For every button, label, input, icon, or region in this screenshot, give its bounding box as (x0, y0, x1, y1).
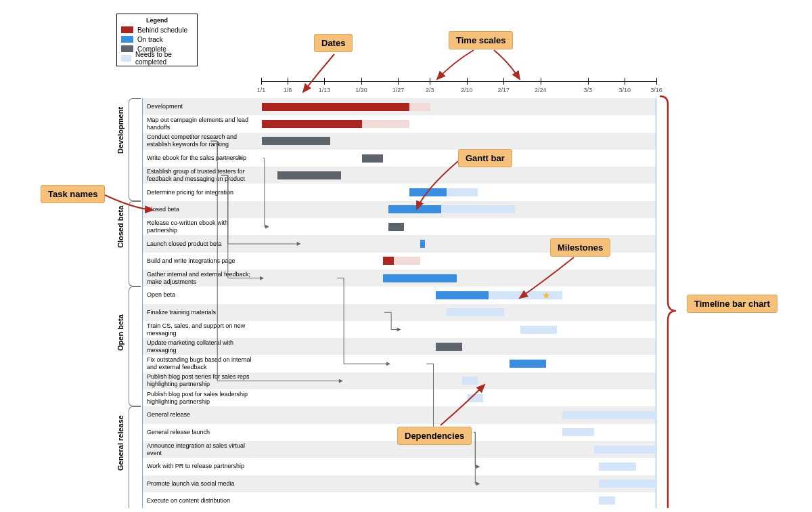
legend-swatch (121, 45, 133, 52)
gantt-bar (489, 291, 562, 299)
task-name: Establish group of trusted testers for f… (143, 167, 262, 184)
axis-tick-label: 2/10 (461, 87, 473, 93)
axis-tick-label: 2/24 (535, 87, 547, 93)
legend-label: Behind schedule (137, 26, 187, 34)
time-axis: 1/11/61/131/201/272/32/102/172/243/33/10… (261, 74, 656, 102)
callout-dependencies: Dependencies (397, 427, 472, 445)
milestone-icon: ★ (542, 290, 551, 301)
task-name: Gather internal and external feedback; m… (143, 270, 262, 286)
legend-label: Needs to be completed (135, 51, 193, 66)
task-name: Conduct competitor research and establis… (143, 133, 262, 150)
gantt-bar (409, 103, 430, 111)
gantt-bar (462, 377, 478, 385)
task-name: Development (143, 98, 262, 115)
task-bar-cell (262, 167, 656, 184)
gantt-bar (599, 479, 657, 488)
callout-milestones: Milestones (550, 238, 610, 257)
table-row: Work with PR to release partnership (143, 458, 656, 475)
task-name: Publish blog post for sales leadership h… (143, 389, 262, 406)
table-row: Gather internal and external feedback; m… (143, 270, 656, 286)
task-bar-cell (262, 321, 656, 338)
axis-tick-label: 2/3 (426, 87, 434, 93)
task-bar-cell (262, 406, 656, 423)
table-row: General release (143, 406, 656, 423)
legend-title: Legend (121, 17, 193, 24)
gantt-bar (562, 428, 594, 436)
table-row: Map out campagin elements and lead hando… (143, 115, 656, 132)
table-row: Closed beta (143, 201, 656, 218)
callout-timeline-bar: Timeline bar chart (687, 295, 777, 313)
gantt-bar (447, 308, 505, 316)
table-row: Train CS, sales, and support on new mess… (143, 321, 656, 338)
gantt-bar (394, 257, 420, 265)
axis-tick-label: 3/16 (650, 87, 662, 93)
section-label: Closed beta (116, 237, 125, 248)
table-row: Establish group of trusted testers for f… (143, 167, 656, 184)
task-name: Promote launch via social media (143, 475, 262, 492)
task-bar-cell (262, 133, 656, 150)
axis-tick-label: 1/1 (257, 87, 266, 93)
gantt-bar (383, 274, 457, 282)
gantt-bar (436, 343, 462, 351)
task-bar-cell (262, 184, 656, 200)
axis-tick-label: 1/27 (392, 87, 405, 93)
callout-gantt-bar: Gantt bar (458, 149, 512, 167)
gantt-bar (409, 188, 447, 196)
axis-tick-label: 3/10 (619, 87, 631, 93)
table-row: Conduct competitor research and establis… (143, 133, 656, 150)
legend-label: On track (137, 36, 163, 43)
legend-swatch (121, 26, 133, 33)
table-row: Promote launch via social media (143, 475, 656, 492)
axis-tick-label: 1/13 (319, 87, 331, 93)
table-row: Open beta★ (143, 286, 656, 303)
task-bar-cell (262, 270, 656, 286)
section-bracket (129, 286, 141, 406)
table-row: Finalize training materials (143, 304, 656, 321)
task-bar-cell (262, 458, 656, 475)
legend-swatch (121, 55, 131, 62)
table-row: Fix outstanding bugs based on internal a… (143, 355, 656, 372)
section-bracket (129, 98, 141, 201)
task-name: Train CS, sales, and support on new mess… (143, 321, 262, 338)
table-row: Determine pricing for integration (143, 184, 656, 200)
legend: Legend Behind scheduleOn trackCompleteNe… (116, 14, 198, 66)
legend-item: On track (121, 35, 193, 44)
task-bar-cell: ★ (262, 286, 656, 303)
task-bar-cell (262, 492, 656, 508)
section-bracket (129, 406, 141, 508)
task-name: Map out campagin elements and lead hando… (143, 115, 262, 132)
gantt-bar (388, 205, 441, 213)
gantt-bar (441, 205, 515, 213)
gantt-bar (277, 171, 340, 179)
gantt-bar (594, 446, 657, 454)
gantt-bar (562, 411, 657, 419)
task-name: General release (143, 406, 262, 423)
gantt-bar (362, 120, 409, 128)
callout-dates: Dates (314, 34, 353, 52)
task-name: Work with PR to release partnership (143, 458, 262, 475)
task-name: Open beta (143, 286, 262, 303)
table-row: Release co-written ebook with partnershi… (143, 218, 656, 235)
task-bar-cell (262, 389, 656, 406)
legend-item: Needs to be completed (121, 54, 193, 63)
task-name: Release co-written ebook with partnershi… (143, 218, 262, 235)
task-name: Determine pricing for integration (143, 184, 262, 200)
gantt-bar (262, 137, 330, 145)
callout-task-names: Task names (41, 185, 105, 203)
task-bar-cell (262, 98, 656, 115)
task-name: Publish blog post series for sales reps … (143, 372, 262, 389)
axis-tick-label: 3/3 (584, 87, 593, 93)
task-name: Announce integration at sales virtual ev… (143, 441, 262, 458)
task-name: Closed beta (143, 201, 262, 218)
table-row: Development (143, 98, 656, 115)
section-label: Development (116, 143, 125, 154)
big-bracket (660, 95, 676, 508)
section-label: General release (116, 460, 125, 471)
gantt-bar (510, 360, 547, 368)
legend-swatch (121, 36, 133, 43)
task-bar-cell (262, 372, 656, 389)
callout-time-scales: Time scales (449, 31, 513, 49)
task-name: General release launch (143, 424, 262, 441)
task-name: Execute on content distribution (143, 492, 262, 508)
section-bracket (129, 201, 141, 287)
